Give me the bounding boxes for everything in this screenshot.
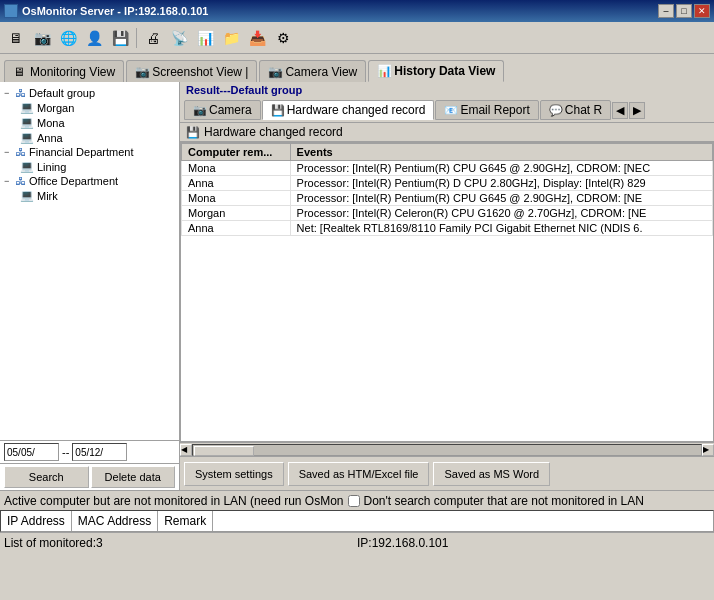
sub-tab-next-arrow[interactable]: ▶ bbox=[629, 102, 645, 119]
section-header: 💾 Hardware changed record bbox=[180, 123, 714, 142]
remark-label: Remark bbox=[164, 514, 206, 528]
toolbar-folder-icon[interactable]: 📁 bbox=[219, 26, 243, 50]
tree-item-mona[interactable]: 💻 Mona bbox=[4, 115, 175, 130]
date-to-input[interactable] bbox=[72, 443, 127, 461]
table-row[interactable]: MonaProcessor: [Intel(R) Pentium(R) CPU … bbox=[182, 191, 713, 206]
pc-morgan-icon: 💻 bbox=[20, 101, 34, 114]
toolbar-print-icon[interactable]: 🖨 bbox=[141, 26, 165, 50]
pc-lining-icon: 💻 bbox=[20, 160, 34, 173]
tab-camera[interactable]: 📷 Camera View bbox=[259, 60, 366, 82]
minimize-button[interactable]: – bbox=[658, 4, 674, 18]
toolbar-chart-icon[interactable]: 📊 bbox=[193, 26, 217, 50]
tree-item-anna[interactable]: 💻 Anna bbox=[4, 130, 175, 145]
tab-camera-label: Camera View bbox=[285, 65, 357, 79]
statusbar3: List of monitored:3 IP:192.168.0.101 bbox=[0, 532, 714, 552]
section-header-label: Hardware changed record bbox=[204, 125, 343, 139]
toolbar-settings-icon[interactable]: ⚙ bbox=[271, 26, 295, 50]
table-row[interactable]: MorganProcessor: [Intel(R) Celeron(R) CP… bbox=[182, 206, 713, 221]
sub-tabs-bar: 📷 Camera 💾 Hardware changed record 📧 Ema… bbox=[180, 98, 714, 123]
save-word-button[interactable]: Saved as MS Word bbox=[433, 462, 550, 486]
statusbar1: Active computer but are not monitored in… bbox=[0, 490, 714, 510]
toolbar-download-icon[interactable]: 📥 bbox=[245, 26, 269, 50]
hscroll-track[interactable] bbox=[192, 444, 702, 456]
statusbar2: IP Address MAC Address Remark bbox=[0, 510, 714, 532]
chat-subtab-icon: 💬 bbox=[549, 104, 563, 117]
extra-cell bbox=[213, 511, 713, 531]
sub-tab-camera[interactable]: 📷 Camera bbox=[184, 100, 261, 120]
toolbar-network-icon[interactable]: 📡 bbox=[167, 26, 191, 50]
date-separator: -- bbox=[62, 446, 69, 458]
hscroll-thumb[interactable] bbox=[194, 446, 254, 456]
sub-tab-chat-label: Chat R bbox=[565, 103, 602, 117]
titlebar: OsMonitor Server - IP:192.168.0.101 – □ … bbox=[0, 0, 714, 22]
history-tab-icon: 📊 bbox=[377, 64, 391, 78]
close-button[interactable]: ✕ bbox=[694, 4, 710, 18]
tab-history[interactable]: 📊 History Data View bbox=[368, 60, 504, 82]
titlebar-title: OsMonitor Server - IP:192.168.0.101 bbox=[22, 5, 208, 17]
ip-address-cell: IP Address bbox=[1, 511, 72, 531]
toolbar-save-icon[interactable]: 💾 bbox=[108, 26, 132, 50]
dont-search-checkbox[interactable] bbox=[348, 495, 360, 507]
pc-mona-icon: 💻 bbox=[20, 116, 34, 129]
search-button[interactable]: Search bbox=[4, 466, 89, 488]
toolbar-user-icon[interactable]: 👤 bbox=[82, 26, 106, 50]
active-msg-text: Active computer but are not monitored in… bbox=[4, 494, 344, 508]
tabs-bar: 🖥 Monitoring View 📷 Screenshot View | 📷 … bbox=[0, 54, 714, 82]
ip-info-label: IP:192.168.0.101 bbox=[357, 536, 710, 550]
mac-address-cell: MAC Address bbox=[72, 511, 158, 531]
table-cell-events: Processor: [Intel(R) Pentium(R) CPU G645… bbox=[290, 161, 712, 176]
tree-label-office: Office Department bbox=[29, 175, 118, 187]
toolbar-separator bbox=[136, 28, 137, 48]
tab-screenshot[interactable]: 📷 Screenshot View | bbox=[126, 60, 257, 82]
hscroll-right-btn[interactable]: ▶ bbox=[702, 444, 714, 456]
bottom-actions: System settings Saved as HTM/Excel file … bbox=[180, 456, 714, 490]
pc-anna-icon: 💻 bbox=[20, 131, 34, 144]
tree-label-mona: Mona bbox=[37, 117, 65, 129]
tree-view[interactable]: − 🖧 Default group 💻 Morgan 💻 Mona 💻 Anna… bbox=[0, 82, 179, 440]
tree-item-lining[interactable]: 💻 Lining bbox=[4, 159, 175, 174]
toolbar-screenshot-icon[interactable]: 📷 bbox=[30, 26, 54, 50]
data-table-container[interactable]: Computer rem... Events MonaProcessor: [I… bbox=[180, 142, 714, 442]
tree-item-morgan[interactable]: 💻 Morgan bbox=[4, 100, 175, 115]
hardware-subtab-icon: 💾 bbox=[271, 104, 285, 117]
tree-action-row: Search Delete data bbox=[0, 463, 179, 490]
sub-tab-email[interactable]: 📧 Email Report bbox=[435, 100, 538, 120]
save-htm-button[interactable]: Saved as HTM/Excel file bbox=[288, 462, 430, 486]
screenshot-tab-icon: 📷 bbox=[135, 65, 149, 79]
section-header-icon: 💾 bbox=[186, 126, 200, 139]
group-default-icon: 🖧 bbox=[15, 87, 26, 99]
camera-subtab-icon: 📷 bbox=[193, 104, 207, 117]
date-range-row: -- bbox=[0, 440, 179, 463]
sub-tab-prev-arrow[interactable]: ◀ bbox=[612, 102, 628, 119]
expand-default-icon: − bbox=[4, 88, 12, 98]
sub-tab-camera-label: Camera bbox=[209, 103, 252, 117]
tree-item-office[interactable]: − 🖧 Office Department bbox=[4, 174, 175, 188]
sub-tab-hardware[interactable]: 💾 Hardware changed record bbox=[262, 100, 435, 120]
tab-monitoring[interactable]: 🖥 Monitoring View bbox=[4, 60, 124, 82]
table-cell-events: Processor: [Intel(R) Celeron(R) CPU G162… bbox=[290, 206, 712, 221]
table-hscroll[interactable]: ◀ ▶ bbox=[180, 442, 714, 456]
table-cell-computer: Anna bbox=[182, 221, 291, 236]
tree-label-default-group: Default group bbox=[29, 87, 95, 99]
system-settings-button[interactable]: System settings bbox=[184, 462, 284, 486]
app-icon bbox=[4, 4, 18, 18]
sub-tab-hardware-label: Hardware changed record bbox=[287, 103, 426, 117]
hscroll-left-btn[interactable]: ◀ bbox=[180, 444, 192, 456]
table-row[interactable]: MonaProcessor: [Intel(R) Pentium(R) CPU … bbox=[182, 161, 713, 176]
table-row[interactable]: AnnaProcessor: [Intel(R) Pentium(R) D CP… bbox=[182, 176, 713, 191]
toolbar-web-icon[interactable]: 🌐 bbox=[56, 26, 80, 50]
maximize-button[interactable]: □ bbox=[676, 4, 692, 18]
pc-mirk-icon: 💻 bbox=[20, 189, 34, 202]
result-header: Result---Default group bbox=[180, 82, 714, 98]
sub-tab-chat[interactable]: 💬 Chat R bbox=[540, 100, 611, 120]
tab-history-label: History Data View bbox=[394, 64, 495, 78]
delete-data-button[interactable]: Delete data bbox=[91, 466, 176, 488]
titlebar-buttons[interactable]: – □ ✕ bbox=[658, 4, 710, 18]
tree-item-financial[interactable]: − 🖧 Financial Department bbox=[4, 145, 175, 159]
table-row[interactable]: AnnaNet: [Realtek RTL8169/8110 Family PC… bbox=[182, 221, 713, 236]
toolbar-monitor-icon[interactable]: 🖥 bbox=[4, 26, 28, 50]
tab-monitoring-label: Monitoring View bbox=[30, 65, 115, 79]
tree-item-default-group[interactable]: − 🖧 Default group bbox=[4, 86, 175, 100]
tree-item-mirk[interactable]: 💻 Mirk bbox=[4, 188, 175, 203]
date-from-input[interactable] bbox=[4, 443, 59, 461]
